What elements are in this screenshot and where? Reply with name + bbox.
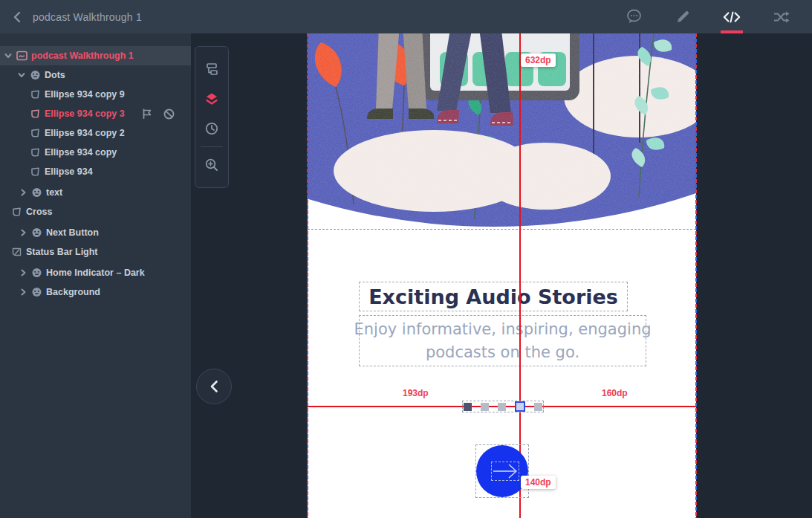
dot-5[interactable]: [534, 403, 542, 411]
artboard[interactable]: Exciting Audio Stories Enjoy informative…: [308, 33, 696, 518]
sidebar-item-cross[interactable]: Cross: [0, 202, 191, 221]
sidebar-item-ellipse-copy9[interactable]: Ellipse 934 copy 9: [0, 85, 191, 104]
back-button[interactable]: [7, 7, 27, 27]
measurement-label-button: 140dp: [521, 476, 556, 489]
document-title: podcast Walkthrough 1: [33, 11, 142, 23]
sidebar-item-background-group[interactable]: Background: [0, 282, 191, 302]
history-icon: [204, 121, 219, 136]
topbar: podcast Walkthrough 1: [0, 0, 812, 33]
zoom-in-button[interactable]: [195, 150, 229, 180]
caret-right-icon[interactable]: [19, 229, 27, 236]
shuffle-button[interactable]: [772, 0, 790, 33]
artboard-subtitle[interactable]: Enjoy informative, inspiring, engaging p…: [359, 315, 646, 366]
measurement-label-left: 193dp: [398, 386, 433, 400]
layer-label: Next Button: [46, 227, 99, 238]
sidebar-item-next-button-group[interactable]: Next Button: [0, 223, 191, 242]
pencil-icon: [676, 10, 690, 24]
topbar-actions: [625, 0, 812, 33]
canvas: Exciting Audio Stories Enjoy informative…: [191, 33, 812, 518]
illustration-bounds-line: [308, 229, 696, 230]
history-button[interactable]: [195, 114, 229, 143]
sidebar-item-dots-group[interactable]: Dots: [0, 65, 191, 85]
dot-1[interactable]: [464, 403, 472, 411]
code-mode-button[interactable]: [723, 0, 741, 33]
subtitle-line-2: podcasts on the go.: [426, 341, 579, 364]
layers-panel: podcast Walkthrough 1 Dots Ellipse 934 c…: [0, 33, 191, 518]
measurement-label-height: 632dp: [521, 54, 556, 67]
app-window: podcast Walkthrough 1: [0, 0, 812, 518]
component-icon: [11, 247, 22, 257]
layer-label: Status Bar Light: [26, 247, 98, 257]
layer-label: Ellipse 934 copy 3: [45, 109, 125, 119]
measurement-label-right: 160dp: [597, 386, 632, 400]
sidebar-item-ellipse-copy[interactable]: Ellipse 934 copy: [0, 143, 191, 162]
comment-bubble-icon: [626, 9, 643, 25]
shuffle-icon: [773, 10, 790, 24]
caret-down-icon[interactable]: [4, 52, 12, 59]
group-icon: [31, 187, 42, 198]
layer-row-actions: [142, 109, 191, 120]
dot-3[interactable]: [498, 403, 506, 411]
layer-label: Cross: [26, 207, 52, 217]
layer-label: Background: [46, 287, 100, 297]
heading-text: Exciting Audio Stories: [368, 285, 618, 308]
artboard-right-edge: [695, 33, 697, 518]
group-icon: [31, 287, 42, 297]
disabled-icon[interactable]: [163, 109, 175, 120]
group-icon: [31, 268, 42, 278]
toolbar-divider: [201, 146, 223, 147]
dots-indicator-group[interactable]: [462, 401, 544, 412]
group-icon: [31, 227, 42, 238]
next-arrow-bounds: [491, 462, 519, 481]
code-icon: [723, 11, 741, 23]
shape-icon: [30, 109, 41, 119]
canvas-toolbar: [195, 46, 229, 188]
flag-icon[interactable]: [142, 109, 152, 119]
chevron-left-icon: [209, 380, 219, 393]
sidebar-item-artboard[interactable]: podcast Walkthrough 1: [0, 46, 191, 65]
subtitle-line-1: Enjoy informative, inspiring, engaging: [354, 318, 651, 341]
shape-icon: [30, 128, 41, 138]
layer-tree-icon: [204, 62, 219, 77]
collapse-panel-button[interactable]: [196, 369, 232, 404]
artboard-left-edge: [307, 33, 308, 518]
shape-icon: [30, 166, 41, 177]
layer-label: text: [46, 187, 62, 198]
layer-tree-button[interactable]: [195, 54, 229, 84]
dot-4-selected[interactable]: [515, 401, 525, 412]
shape-icon: [30, 89, 41, 100]
sidebar-item-ellipse-copy2[interactable]: Ellipse 934 copy 2: [0, 123, 191, 143]
caret-right-icon[interactable]: [19, 189, 27, 196]
layers-stack-icon: [204, 91, 219, 106]
edit-mode-button[interactable]: [674, 0, 692, 33]
grain-overlay: [308, 33, 696, 230]
active-tab-underline: [721, 30, 743, 33]
group-icon: [30, 70, 41, 80]
layer-label: Ellipse 934 copy 9: [45, 89, 125, 100]
layer-label: podcast Walkthrough 1: [31, 51, 134, 61]
layer-label: Dots: [45, 70, 65, 80]
podcast-illustration[interactable]: [308, 33, 696, 230]
shape-icon: [11, 207, 22, 217]
chevron-left-icon: [12, 11, 22, 23]
layer-label: Ellipse 934 copy: [45, 147, 117, 158]
sidebar-item-home-indicator-group[interactable]: Home Indicator – Dark: [0, 263, 191, 282]
caret-down-icon[interactable]: [18, 71, 25, 79]
caret-right-icon[interactable]: [19, 288, 27, 296]
layer-label: Ellipse 934: [45, 166, 93, 177]
shape-icon: [30, 147, 41, 158]
sidebar-item-ellipse-copy3[interactable]: Ellipse 934 copy 3: [0, 104, 191, 123]
layer-label: Home Indicator – Dark: [46, 268, 145, 278]
sidebar-item-ellipse[interactable]: Ellipse 934: [0, 162, 191, 181]
sidebar-item-status-bar[interactable]: Status Bar Light: [0, 242, 191, 262]
artboard-heading[interactable]: Exciting Audio Stories: [359, 282, 628, 311]
comments-button[interactable]: [625, 0, 643, 33]
layer-label: Ellipse 934 copy 2: [45, 128, 125, 138]
sidebar-item-text-group[interactable]: text: [0, 183, 191, 202]
artboard-icon: [16, 51, 27, 61]
caret-right-icon[interactable]: [19, 269, 27, 276]
dot-2[interactable]: [481, 403, 489, 411]
zoom-in-icon: [204, 158, 219, 172]
layers-stack-button[interactable]: [195, 84, 229, 114]
arrow-right-icon: [492, 462, 519, 480]
